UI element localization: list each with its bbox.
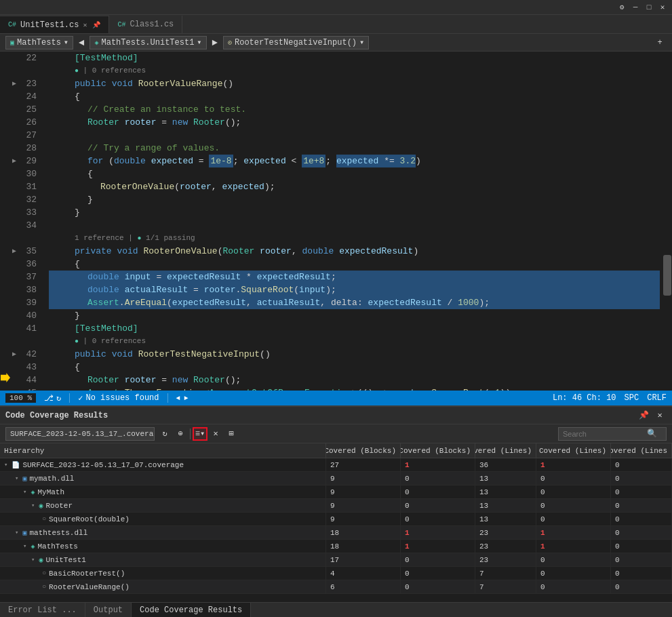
cov-cell-hier-7: ▾ ◉ UnitTest1 xyxy=(0,553,326,566)
bottom-tab-error-list[interactable]: Error List ... xyxy=(0,603,85,618)
code-editor: 22 23 ▶ 24 25 26 27 28 29 ▶ 30 31 32 33 … xyxy=(0,52,672,391)
ln-35: 35 ▶ xyxy=(11,245,41,258)
ln-37: 37 xyxy=(11,271,41,283)
settings-icon[interactable]: ⚙ xyxy=(618,3,626,12)
bottom-tab-coverage[interactable]: Code Coverage Results xyxy=(132,603,251,618)
coverage-file-dropdown[interactable]: SURFACE_2023-12-05.13_17_.coverage ▾ xyxy=(5,427,155,441)
expand-5[interactable]: ▾ xyxy=(15,529,18,536)
cov-cell-pl-0: 1 xyxy=(536,458,611,471)
cov-row-8[interactable]: ○ BasicRooterTest() 4 0 7 0 0 xyxy=(0,567,672,580)
tab-class1cs[interactable]: C# Class1.cs xyxy=(109,16,182,33)
cov-row-0[interactable]: ▾ 📄 SURFACE_2023-12-05.13_17_07.coverage… xyxy=(0,458,672,472)
nav-left-icon[interactable]: ◄ xyxy=(176,395,180,402)
pin-icon[interactable]: 📌 xyxy=(92,21,100,29)
check-icon: ✓ xyxy=(78,393,83,403)
cov-row-7[interactable]: ▾ ◉ UnitTest1 17 0 23 0 0 xyxy=(0,553,672,567)
ln-col: Ln: 46 Ch: 10 xyxy=(553,393,616,403)
ln-32: 32 xyxy=(11,193,41,206)
col-covered-lines[interactable]: Covered (Lines) xyxy=(475,443,536,458)
cov-cell-hier-5: ▾ ▣ mathtests.dll xyxy=(0,526,326,539)
expand-0[interactable]: ▾ xyxy=(4,461,7,469)
delete-btn[interactable]: ✕ xyxy=(208,427,223,441)
merge-btn[interactable]: ⊕ xyxy=(173,427,188,441)
nav-prev[interactable]: ◄ xyxy=(79,37,84,48)
nav-arrows: ◄ ► xyxy=(176,395,189,402)
current-line-arrow xyxy=(1,373,10,382)
editor-area: 22 23 ▶ 24 25 26 27 28 29 ▶ 30 31 32 33 … xyxy=(0,52,672,391)
ln-45: 45 xyxy=(11,386,41,391)
unitTest1-dropdown[interactable]: ◈ MathTests.UnitTest1 ▾ xyxy=(90,36,206,49)
refresh-btn[interactable]: ↻ xyxy=(157,427,172,441)
method-dropdown[interactable]: ⊙ RooterTestNegativeInput() ▾ xyxy=(223,36,369,49)
nav-next[interactable]: ► xyxy=(212,37,218,48)
code-line-32: } xyxy=(49,193,660,206)
cov-row-6[interactable]: ▾ ◈ MathTests 18 1 23 1 0 xyxy=(0,540,672,553)
code-line-ref23: ● | 0 references xyxy=(49,64,660,77)
ln-33: 33 xyxy=(11,206,41,219)
git-icon: ⎇ xyxy=(44,393,54,403)
cov-row-9[interactable]: ○ RooterValueRange() 6 0 7 0 0 xyxy=(0,580,672,594)
coverage-label: Code Coverage Results xyxy=(140,605,242,615)
filter-btn[interactable]: ≡▾ xyxy=(193,427,207,441)
ln-31: 31 xyxy=(11,180,41,193)
nav-right-icon[interactable]: ► xyxy=(184,395,189,402)
cov-cell-pl-1: 0 xyxy=(536,472,611,485)
tab-close-icon[interactable]: ✕ xyxy=(83,21,87,29)
code-content[interactable]: [TestMethod] ● | 0 references public voi… xyxy=(46,52,663,391)
ln-39: 39 xyxy=(11,296,41,309)
cov-row-4[interactable]: ○ SquareRoot(double) 9 0 13 0 0 xyxy=(0,513,672,526)
ln-22: 22 xyxy=(11,52,41,64)
git-item[interactable]: ⎇ ↻ xyxy=(44,393,61,403)
unitTest1-label: MathTests.UnitTest1 xyxy=(102,38,195,47)
status-sep-1 xyxy=(69,393,70,403)
expand-2[interactable]: ▾ xyxy=(23,488,26,496)
ln-ref35 xyxy=(11,232,41,245)
tab-label: UnitTest1.cs xyxy=(20,20,79,30)
scrollbar-thumb[interactable] xyxy=(663,255,671,296)
title-bar: ⚙ ─ □ ✕ xyxy=(0,0,672,15)
mathTests-dropdown[interactable]: ▣ MathTests ▾ xyxy=(5,36,73,49)
bottom-tab-output[interactable]: Output xyxy=(85,603,132,618)
method-label: RooterTestNegativeInput() xyxy=(235,38,357,47)
cov-cell-cb-1: 9 xyxy=(326,472,401,485)
code-line-37: double input = expectedResult * expected… xyxy=(49,271,660,283)
export-btn[interactable]: ⊞ xyxy=(224,427,239,441)
error-list-label: Error List ... xyxy=(8,605,77,615)
cov-row-3[interactable]: ▾ ◉ Rooter 9 0 13 0 0 xyxy=(0,499,672,513)
code-line-40: } xyxy=(49,309,660,322)
cov-cell-ncb-1: 0 xyxy=(401,472,475,485)
expand-6[interactable]: ▾ xyxy=(23,542,26,550)
col-not-covered-lines[interactable]: Not Covered (Lines xyxy=(611,443,672,458)
tab-unittestcs[interactable]: C# UnitTest1.cs ✕ 📌 xyxy=(0,16,109,33)
panel-pin-icon[interactable]: 📌 xyxy=(637,409,650,422)
gutter xyxy=(0,52,11,391)
cov-cell-hier-4: ○ SquareRoot(double) xyxy=(0,513,326,525)
code-line-42: public void RooterTestNegativeInput () xyxy=(49,348,660,361)
cov-row-2[interactable]: ▾ ◈ MyMath 9 0 13 0 0 xyxy=(0,485,672,499)
ln-30: 30 xyxy=(11,167,41,180)
col-hierarchy[interactable]: Hierarchy xyxy=(0,443,326,458)
no-issues-item[interactable]: ✓ No issues found xyxy=(78,393,159,403)
search-box[interactable]: 🔍 xyxy=(558,427,667,441)
method-icon-9: ○ xyxy=(42,583,46,591)
zoom-level[interactable]: 100 % xyxy=(5,393,36,403)
minimize-button[interactable]: ─ xyxy=(631,3,639,12)
code-line-22: [TestMethod] xyxy=(49,52,660,64)
cov-row-5[interactable]: ▾ ▣ mathtests.dll 18 1 23 1 0 xyxy=(0,526,672,540)
col-covered-blocks[interactable]: Covered (Blocks) xyxy=(326,443,401,458)
status-sep-2 xyxy=(167,393,168,403)
coverage-table[interactable]: Hierarchy Covered (Blocks) Not Covered (… xyxy=(0,443,672,602)
expand-7[interactable]: ▾ xyxy=(31,556,35,563)
expand-3[interactable]: ▾ xyxy=(31,502,35,509)
close-button[interactable]: ✕ xyxy=(658,3,667,12)
col-partial-lines[interactable]: Partially Covered (Lines) xyxy=(536,443,611,458)
col-not-covered-blocks[interactable]: Not Covered (Blocks) xyxy=(401,443,475,458)
add-icon[interactable]: + xyxy=(653,36,667,49)
maximize-button[interactable]: □ xyxy=(645,3,653,12)
search-input[interactable] xyxy=(563,430,644,438)
code-line-34 xyxy=(49,219,660,232)
expand-1[interactable]: ▾ xyxy=(15,475,18,482)
editor-scrollbar[interactable] xyxy=(663,52,672,391)
cov-row-1[interactable]: ▾ ▣ mymath.dll 9 0 13 0 0 xyxy=(0,472,672,485)
panel-close-icon[interactable]: ✕ xyxy=(653,409,667,422)
